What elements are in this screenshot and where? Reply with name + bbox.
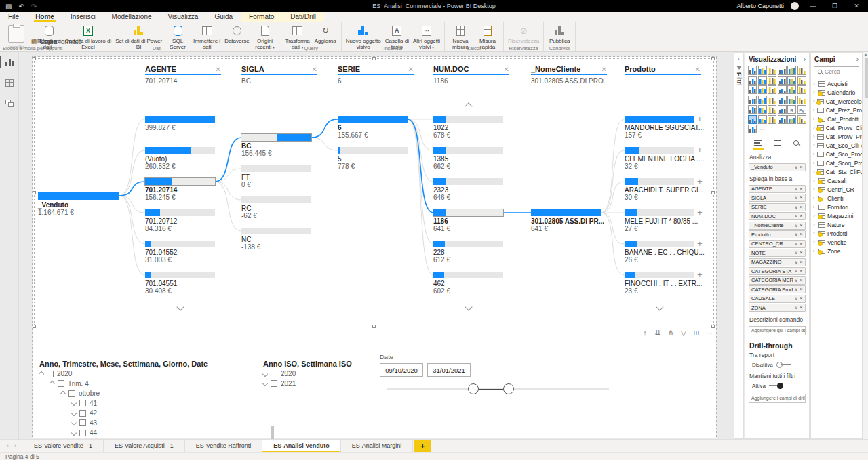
rail-data-view[interactable] (0, 72, 19, 93)
pill-remove-icon[interactable]: ✕ (800, 241, 803, 247)
resize-handle[interactable] (33, 325, 36, 328)
stacked-column-visual-icon[interactable] (758, 66, 767, 75)
expand-table-icon[interactable]: › (813, 81, 816, 87)
table-row-centri_cr[interactable]: ›Centri_CR (811, 185, 862, 194)
explain-field-pill-serie[interactable]: SERIE∨✕ (749, 203, 806, 211)
ribbon-visual-icon[interactable] (797, 76, 806, 85)
filters-icon[interactable]: ▽ (679, 329, 688, 337)
table-row-nature[interactable]: ›Nature (811, 220, 862, 229)
checkbox[interactable] (271, 380, 277, 387)
tree-node-numdoc-2323[interactable]: 2323646 € (433, 178, 504, 201)
analizza-field-pill[interactable]: _Venduto∨✕ (749, 163, 806, 171)
table-row-magazzini[interactable]: ›Magazzini (811, 211, 862, 220)
pill-dropdown-icon[interactable]: ∨ (795, 165, 798, 170)
explain-field-pill-categoria-prodotto[interactable]: CATEGORIA Prodotto∨✕ (749, 285, 806, 293)
remove-column-icon[interactable]: ✕ (216, 66, 221, 73)
ribbon-tab-guida[interactable]: Guida (206, 12, 241, 22)
ribbon-tab-dati-drill[interactable]: Dati/Drill (282, 12, 324, 22)
resize-handle[interactable] (711, 57, 715, 60)
remove-column-icon[interactable]: ✕ (312, 66, 317, 73)
table-visual-icon[interactable] (768, 105, 776, 114)
resize-handle[interactable] (33, 57, 36, 60)
pill-dropdown-icon[interactable]: ∨ (795, 205, 798, 210)
expand-table-icon[interactable]: › (813, 151, 815, 157)
slicer-row-2020[interactable]: 2020 (39, 370, 72, 377)
table-row-cat_sco_clifor[interactable]: ›Cat_Sco_CliFor⋯ (811, 141, 862, 150)
resize-handle[interactable] (33, 191, 36, 194)
clustered-column-visual-icon[interactable] (778, 66, 787, 75)
undo-icon[interactable]: ↶ (18, 3, 24, 10)
table-row-clienti[interactable]: ›Clienti (811, 194, 862, 203)
checkbox[interactable] (79, 400, 86, 406)
pill-remove-icon[interactable]: ✕ (800, 250, 803, 255)
more-options-icon[interactable]: ⋯ (705, 329, 713, 337)
pill-remove-icon[interactable]: ✕ (800, 165, 803, 170)
explain-field-pill-categoria-merce[interactable]: CATEGORIA MERCE∨✕ (749, 276, 806, 285)
funnel-visual-icon[interactable] (758, 85, 767, 94)
expand-table-icon[interactable]: › (813, 222, 816, 228)
scroll-up-icon[interactable]: ▲ (863, 52, 868, 56)
remove-column-icon[interactable]: ✕ (601, 66, 607, 73)
fields-search-input[interactable]: Cerca (814, 66, 859, 77)
decomposition-tree-visual-icon[interactable] (748, 115, 757, 124)
aggiorna-button[interactable]: ↻Aggiorna (312, 23, 339, 45)
tree-node-numdoc-1022[interactable]: 1022678 € (433, 116, 504, 139)
pill-dropdown-icon[interactable]: ∨ (795, 195, 798, 201)
pill-remove-icon[interactable]: ✕ (800, 259, 803, 265)
expand-table-icon[interactable]: › (813, 89, 816, 96)
chevron-down-icon[interactable] (71, 420, 77, 425)
start-date-input[interactable]: 09/10/2020 (380, 363, 423, 377)
expand-table-icon[interactable]: › (813, 160, 815, 166)
tree-node-agente-701.20714[interactable]: 701.20714156.245 € (145, 178, 216, 201)
collapse-fields-icon[interactable]: › (856, 56, 859, 63)
pill-dropdown-icon[interactable]: ∨ (795, 232, 798, 237)
pill-dropdown-icon[interactable]: ∨ (795, 268, 798, 274)
pill-dropdown-icon[interactable]: ∨ (795, 241, 798, 247)
checkbox[interactable] (79, 410, 86, 417)
tree-node-serie-6[interactable]: 6155.667 € (338, 116, 408, 139)
expand-node-icon[interactable]: + (697, 145, 703, 155)
cross-report-toggle[interactable]: Disattiva (745, 360, 809, 370)
expand-table-icon[interactable]: › (813, 107, 815, 113)
panel-scrollbar[interactable]: ▲ (863, 52, 868, 439)
rail-report-view[interactable] (0, 52, 19, 72)
power-apps-visual-icon[interactable] (797, 115, 806, 124)
explain-field-pill-categoria-sta-cliente[interactable]: CATEGORIA STA Cliente∨✕ (749, 267, 806, 275)
collapse-visualizations-icon[interactable]: › (804, 56, 806, 63)
expand-table-icon[interactable]: › (813, 98, 815, 104)
resize-handle[interactable] (711, 191, 715, 194)
tree-node-prodotto-ARACHIDI T. SUPER GI...[interactable]: ARACHIDI T. SUPER GI...30 €+ (625, 178, 695, 201)
add-page-button[interactable]: + (414, 440, 431, 452)
ribbon-tab-visualizza[interactable]: Visualizza (160, 12, 207, 22)
stacked-bar-visual-icon[interactable] (748, 66, 757, 75)
focus-mode-icon[interactable]: ⊞ (692, 329, 701, 337)
resize-handle[interactable] (372, 325, 376, 328)
close-button[interactable]: ✕ (849, 3, 864, 9)
explain-field-pill-zona[interactable]: ZONA∨✕ (749, 304, 806, 312)
scatter-visual-icon[interactable] (768, 85, 776, 94)
multirow-card-visual-icon[interactable] (797, 96, 806, 104)
kpi-visual-icon[interactable] (748, 105, 757, 114)
qa-visual-icon[interactable] (758, 115, 767, 124)
pubblica-button[interactable]: Pubblica (546, 23, 573, 45)
explain-field-pill-prodotto[interactable]: Prodotto∨✕ (749, 230, 806, 238)
expand-node-icon[interactable]: + (697, 207, 703, 217)
end-date-input[interactable]: 31/01/2021 (427, 363, 471, 377)
keep-filters-toggle[interactable]: Attiva (745, 381, 809, 391)
checkbox[interactable] (58, 380, 64, 387)
expand-table-icon[interactable]: › (813, 230, 816, 236)
tree-node-prodotto-CLEMENTINE FOGLIA ....[interactable]: CLEMENTINE FOGLIA ....32 €+ (625, 147, 695, 170)
pill-dropdown-icon[interactable]: ∨ (795, 223, 798, 228)
explain-field-pill-magazzino[interactable]: MAGAZZINO∨✕ (749, 258, 806, 266)
checkbox[interactable] (271, 371, 277, 377)
smart-narrative-visual-icon[interactable] (768, 115, 776, 124)
pill-dropdown-icon[interactable]: ∨ (795, 213, 798, 219)
explain-field-pill-centro-cr[interactable]: CENTRO_CR∨✕ (749, 240, 806, 248)
table-row-calendario[interactable]: ›Calendario (811, 88, 862, 97)
checkbox[interactable] (79, 419, 86, 426)
scroll-down-chevron-icon[interactable] (176, 303, 184, 310)
tree-node-numdoc-1385[interactable]: 1385662 € (433, 147, 504, 170)
tree-node-agente-701.04551[interactable]: 701.0455130.408 € (145, 272, 216, 295)
expand-table-icon[interactable]: › (813, 125, 815, 131)
tree-node-prodotto-BANANE . EC . . CHIQU...[interactable]: BANANE . EC . . CHIQU...26 €+ (625, 241, 695, 264)
